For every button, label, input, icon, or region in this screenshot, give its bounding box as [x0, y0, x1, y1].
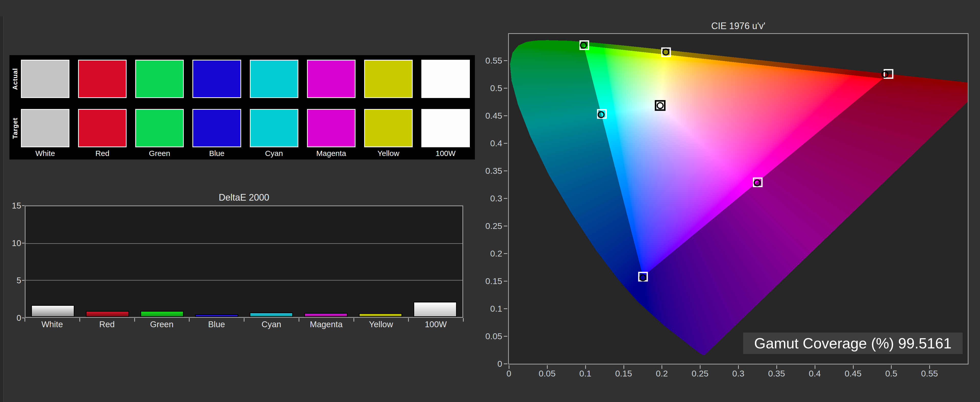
deltae-bar-magenta: [304, 313, 348, 317]
deltae-category-label: Magenta: [299, 319, 353, 329]
gamut-coverage-badge: Gamut Coverage (%) 99.5161: [743, 332, 963, 354]
cie-xtick-label: 0.45: [838, 369, 869, 378]
cie-ytick-label: 0.2: [482, 249, 502, 258]
cie-ytick: [504, 226, 508, 226]
cie-ytick-label: 0.35: [482, 167, 502, 175]
deltae-ytick-label: 0: [3, 314, 21, 322]
swatch-target-red: [78, 109, 127, 147]
swatch-column-label: 100W: [422, 148, 470, 159]
deltae-bar-red: [86, 311, 129, 317]
swatch-target-magenta: [307, 109, 355, 147]
swatch-target-blue: [192, 109, 241, 147]
swatch-column-label: White: [21, 148, 69, 159]
deltae-category-label: Cyan: [244, 319, 299, 329]
cie-xtick: [776, 365, 777, 369]
cie-ytick: [504, 364, 508, 364]
cie-xtick: [662, 365, 662, 369]
cie-ytick: [504, 60, 508, 61]
swatch-target-yellow: [364, 109, 413, 147]
swatch-column-label: Cyan: [250, 148, 298, 159]
row-label-actual-text: Actual: [11, 68, 19, 90]
deltae-ytick: [22, 243, 24, 243]
swatch-actual-red: [78, 60, 127, 98]
cie-ytick: [504, 143, 508, 144]
swatch-target-green: [135, 109, 184, 147]
deltae-bar-cyan: [250, 312, 293, 317]
cie-xtick: [738, 365, 739, 369]
deltae-ytick: [22, 318, 24, 318]
deltae-ytick: [22, 205, 24, 206]
cie-xtick: [891, 365, 892, 369]
cie-ytick-label: 0.5: [482, 84, 502, 92]
deltae-category-label: White: [25, 319, 80, 329]
cie-ytick-label: 0.4: [482, 139, 502, 148]
cie-measured-circle-magenta: [754, 180, 760, 186]
gamut-coverage-value: 99.5161: [898, 335, 952, 351]
deltae-bars: [25, 206, 463, 317]
cie-xtick: [929, 365, 930, 369]
cie-xtick: [853, 365, 854, 369]
swatch-actual-blue: [192, 60, 241, 98]
swatch-actual-green: [135, 60, 184, 98]
cie-xtick-label: 0.15: [608, 369, 639, 378]
cie-xtick: [585, 365, 586, 369]
deltae-bar-100w: [414, 302, 457, 317]
cie-measured-circle-green: [581, 42, 587, 48]
gamut-coverage-label: Gamut Coverage (%): [754, 335, 894, 351]
deltae-chart-title: DeltaE 2000: [25, 192, 463, 203]
deltae-category-label: 100W: [409, 319, 463, 329]
cie-xtick-label: 0.55: [914, 369, 945, 378]
cie-ytick-label: 0.25: [482, 222, 502, 230]
deltae-ytick-label: 15: [3, 202, 21, 210]
cie-ytick-label: 0.05: [482, 332, 502, 340]
swatch-actual-magenta: [307, 60, 355, 98]
cie-ytick: [504, 336, 508, 337]
deltae-bar-blue: [195, 314, 239, 317]
cie-xtick-label: 0.4: [800, 369, 830, 378]
cie-ytick-label: 0: [482, 359, 502, 368]
deltae-category-label: Green: [135, 319, 189, 329]
cie-ytick: [504, 308, 508, 309]
deltae-plot-area: [25, 205, 463, 318]
swatch-target-100w: [422, 109, 470, 147]
cie-ytick: [504, 198, 508, 199]
swatch-column-label: Magenta: [307, 148, 355, 159]
cie-ytick: [504, 88, 508, 89]
cie-measured-circle-white: [657, 103, 663, 108]
row-label-actual: Actual: [10, 60, 21, 98]
deltae-bar-slot: [408, 206, 463, 317]
deltae-bar-slot: [25, 206, 80, 317]
deltae-bar-slot: [299, 206, 353, 317]
deltae-bar-white: [31, 305, 75, 317]
cie-plot-area: [508, 33, 969, 364]
deltae-category-label: Blue: [189, 319, 244, 329]
cie-chart-title: CIE 1976 u'v': [508, 21, 969, 32]
cie-xtick-label: 0.2: [646, 369, 677, 378]
row-label-target-text: Target: [11, 118, 19, 139]
row-label-target: Target: [10, 109, 21, 147]
deltae-category-label: Yellow: [354, 319, 408, 329]
swatch-actual-cyan: [250, 60, 298, 98]
cie-xtick: [700, 365, 700, 369]
cie-ytick-label: 0.55: [482, 56, 502, 65]
cie-xtick-label: 0.1: [570, 369, 601, 378]
cie-ytick-label: 0.3: [482, 194, 502, 203]
deltae-bar-slot: [135, 206, 189, 317]
deltae-bar-slot: [244, 206, 299, 317]
cie-xtick: [815, 365, 815, 369]
swatch-actual-white: [21, 60, 69, 98]
cie-markers-overlay: [509, 34, 968, 364]
swatch-column-label: Blue: [192, 148, 241, 159]
page-background: Actual Target WhiteRedGreenBlueCyanMagen…: [0, 0, 980, 402]
cie-ytick-label: 0.15: [482, 276, 502, 285]
deltae-bar-yellow: [359, 313, 402, 317]
swatch-row-actual: [21, 60, 470, 98]
cie-ytick: [504, 281, 508, 281]
swatch-column-label: Green: [135, 148, 184, 159]
cie-ytick: [504, 170, 508, 171]
swatch-column-label: Red: [78, 148, 127, 159]
deltae-bar-slot: [189, 206, 244, 317]
swatch-column-labels: WhiteRedGreenBlueCyanMagentaYellow100W: [21, 148, 470, 159]
left-panel-edge: [0, 16, 3, 402]
cie-xtick-label: 0.05: [532, 369, 563, 378]
